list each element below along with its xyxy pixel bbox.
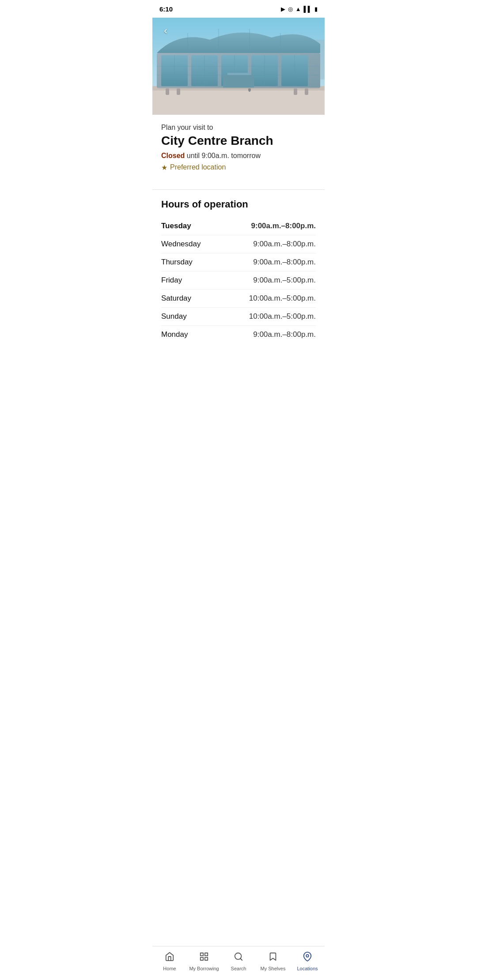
bottom-nav: Home My Borrowing Search My Shelves xyxy=(152,946,325,980)
svg-rect-30 xyxy=(157,87,320,89)
status-until-text: until 9:00a.m. tomorrow xyxy=(187,152,261,159)
svg-rect-28 xyxy=(305,88,308,95)
hours-row: Tuesday9:00a.m.–8:00p.m. xyxy=(161,217,316,235)
status-line: Closed until 9:00a.m. tomorrow xyxy=(161,152,316,160)
nav-locations-label: Locations xyxy=(297,966,318,971)
content-section: Plan your visit to City Centre Branch Cl… xyxy=(152,115,325,181)
day-hours: 9:00a.m.–5:00p.m. xyxy=(253,276,316,285)
status-closed-text: Closed xyxy=(161,152,185,159)
svg-line-36 xyxy=(240,958,242,960)
branch-name: City Centre Branch xyxy=(161,133,316,148)
day-name: Monday xyxy=(161,330,188,339)
status-time: 6:10 xyxy=(159,5,173,13)
svg-point-37 xyxy=(306,954,309,957)
day-hours: 9:00a.m.–8:00p.m. xyxy=(253,330,316,339)
borrowing-icon xyxy=(199,952,209,964)
nav-my-borrowing-label: My Borrowing xyxy=(189,966,219,971)
day-name: Saturday xyxy=(161,294,191,303)
day-hours: 9:00a.m.–8:00p.m. xyxy=(253,240,316,249)
day-hours: 10:00a.m.–5:00p.m. xyxy=(249,312,316,321)
hours-title: Hours of operation xyxy=(161,199,316,210)
locations-icon xyxy=(303,952,312,964)
day-name: Friday xyxy=(161,276,182,285)
status-bar: 6:10 ▶ ◎ ▲ ▌▌ ▮ xyxy=(152,0,325,18)
target-icon: ◎ xyxy=(288,6,293,12)
day-hours: 9:00a.m.–8:00p.m. xyxy=(253,258,316,267)
hours-section: Hours of operation Tuesday9:00a.m.–8:00p… xyxy=(152,199,325,352)
divider xyxy=(152,189,325,190)
hours-row: Wednesday9:00a.m.–8:00p.m. xyxy=(161,235,316,253)
hours-row: Saturday10:00a.m.–5:00p.m. xyxy=(161,290,316,308)
home-icon xyxy=(165,952,174,964)
preferred-location-label: Preferred location xyxy=(170,163,226,171)
day-name: Wednesday xyxy=(161,240,201,249)
plan-visit-label: Plan your visit to xyxy=(161,124,316,132)
day-name: Thursday xyxy=(161,258,193,267)
hours-row: Thursday9:00a.m.–8:00p.m. xyxy=(161,253,316,271)
svg-rect-27 xyxy=(294,88,297,95)
play-icon: ▶ xyxy=(281,6,285,12)
battery-icon: ▮ xyxy=(314,6,318,12)
svg-rect-23 xyxy=(223,75,254,88)
svg-rect-31 xyxy=(201,953,203,956)
svg-rect-25 xyxy=(166,88,169,95)
back-arrow-icon: ‹ xyxy=(164,25,167,37)
day-name: Sunday xyxy=(161,312,187,321)
wifi-icon: ▲ xyxy=(295,6,301,12)
nav-locations[interactable]: Locations xyxy=(290,950,325,973)
svg-rect-34 xyxy=(205,957,208,960)
hours-row: Sunday10:00a.m.–5:00p.m. xyxy=(161,308,316,326)
nav-my-shelves-label: My Shelves xyxy=(261,966,286,971)
hours-table: Tuesday9:00a.m.–8:00p.m.Wednesday9:00a.m… xyxy=(161,217,316,343)
hours-row: Monday9:00a.m.–8:00p.m. xyxy=(161,326,316,343)
search-icon xyxy=(234,952,243,964)
day-hours: 10:00a.m.–5:00p.m. xyxy=(249,294,316,303)
day-hours: 9:00a.m.–8:00p.m. xyxy=(251,222,316,230)
hero-image: ‹ xyxy=(152,18,325,115)
signal-icon: ▌▌ xyxy=(304,6,312,12)
nav-home-label: Home xyxy=(163,966,176,971)
svg-rect-33 xyxy=(201,957,203,960)
shelves-icon xyxy=(268,952,278,964)
status-icons: ▶ ◎ ▲ ▌▌ ▮ xyxy=(281,6,318,12)
svg-rect-26 xyxy=(177,88,180,95)
star-icon: ★ xyxy=(161,163,167,172)
nav-my-borrowing[interactable]: My Borrowing xyxy=(187,950,221,973)
hours-row: Friday9:00a.m.–5:00p.m. xyxy=(161,271,316,290)
nav-search[interactable]: Search xyxy=(221,950,256,973)
nav-home[interactable]: Home xyxy=(152,950,187,973)
svg-rect-24 xyxy=(227,73,250,75)
svg-rect-32 xyxy=(205,953,208,956)
nav-search-label: Search xyxy=(231,966,246,971)
back-button[interactable]: ‹ xyxy=(158,23,174,39)
day-name: Tuesday xyxy=(161,222,191,230)
nav-my-shelves[interactable]: My Shelves xyxy=(256,950,290,973)
preferred-location-button[interactable]: ★ Preferred location xyxy=(161,163,316,172)
